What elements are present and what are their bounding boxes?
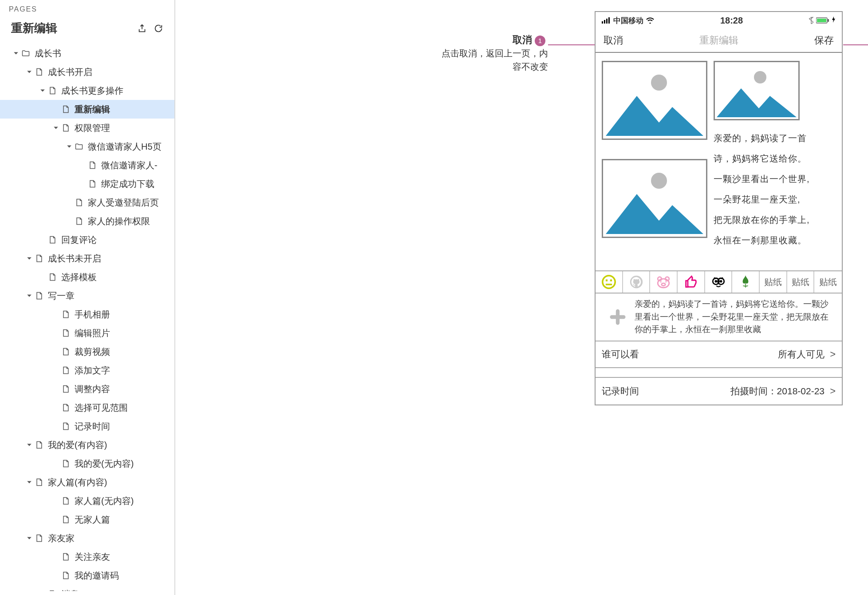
svg-point-26 (714, 280, 717, 283)
tree-item-label: 无家人篇 (75, 514, 110, 526)
tree-item[interactable]: 成长书未开启 (0, 249, 174, 268)
sticker-label-1[interactable]: 贴纸 (760, 271, 787, 293)
sticker-row: 贴纸 贴纸 贴纸 (596, 270, 842, 294)
tree-item[interactable]: 成长书更多操作 (0, 81, 174, 100)
sticker-leaf-icon[interactable] (732, 271, 760, 293)
status-bar: 中国移动 18:28 (596, 12, 842, 29)
tree-item-label: 裁剪视频 (75, 346, 110, 358)
tree-item[interactable]: 成长书 (0, 44, 174, 63)
tree-item[interactable]: 关注亲友 (0, 547, 174, 566)
svg-rect-6 (828, 19, 829, 22)
svg-point-19 (658, 277, 662, 281)
tree-item-label: 微信邀请家人H5页 (88, 141, 162, 153)
poem-text: 亲爱的，妈妈读了一首 诗，妈妈将它送给你。 一颗沙里看出一个世界, 一朵野花里一… (712, 122, 836, 250)
svg-point-13 (603, 276, 615, 288)
tree-item-label: 权限管理 (75, 122, 110, 134)
tree-item[interactable]: 无家人篇 (0, 510, 174, 529)
tree-item-label: 绑定成功下载 (101, 178, 154, 190)
tree-item[interactable]: 我的邀请码 (0, 566, 174, 585)
tree-item[interactable]: 绑定成功下载 (0, 175, 174, 193)
tree-item-label: 调整内容 (75, 383, 110, 395)
tree-item-label: 选择可见范围 (75, 402, 128, 414)
cancel-button[interactable]: 取消 (604, 34, 623, 47)
row-divider (596, 368, 842, 378)
tree-item-label: 写一章 (48, 290, 75, 302)
svg-rect-2 (606, 19, 608, 24)
tree-item[interactable]: 家人篇(无内容) (0, 492, 174, 510)
visibility-row[interactable]: 谁可以看 所有人可见 > (596, 341, 842, 368)
annotation-connector-left (548, 44, 595, 45)
image-placeholder-large-2[interactable] (602, 159, 707, 238)
caption-text[interactable]: 亲爱的，妈妈读了一首诗，妈妈将它送给你。一颗沙里看出一个世界，一朵野花里一座天堂… (635, 298, 836, 336)
svg-point-20 (665, 277, 669, 281)
pages-tree: 成长书成长书开启成长书更多操作重新编辑权限管理微信邀请家人H5页微信邀请家人-绑… (0, 40, 174, 591)
chevron-right-icon: > (827, 349, 836, 360)
tree-item[interactable]: 回复评论 (0, 230, 174, 249)
canvas: 取消1 点击取消，返回上一页，内容不改变 2保存 点击保存，弹出弹框1：保存成功… (175, 0, 868, 595)
image-placeholder-small[interactable] (714, 61, 800, 120)
tree-item[interactable]: 成长书开启 (0, 63, 174, 81)
visibility-value: 所有人可见 (778, 349, 825, 359)
sticker-owl-icon[interactable] (705, 271, 733, 293)
record-time-label: 记录时间 (602, 385, 639, 397)
save-button[interactable]: 保存 (814, 34, 834, 47)
tree-item[interactable]: 重新编辑 (0, 100, 174, 119)
refresh-icon[interactable] (154, 24, 163, 33)
annotation-body: 点击取消，返回上一页，内容不改变 (442, 47, 548, 73)
record-time-row[interactable]: 记录时间 拍摄时间：2018-02-23 > (596, 378, 842, 405)
sidebar-section-label: PAGES (0, 0, 174, 16)
tree-item[interactable]: 权限管理 (0, 119, 174, 137)
svg-rect-0 (602, 21, 603, 24)
battery-icon (816, 17, 829, 24)
tree-item[interactable]: 我的爱(无内容) (0, 454, 174, 473)
annotation-title: 取消 (513, 34, 532, 45)
tree-item[interactable]: 手机相册 (0, 305, 174, 324)
tree-item[interactable]: 记录时间 (0, 417, 174, 436)
tree-item-label: 家人受邀登陆后页 (88, 197, 159, 209)
caption-row: 亲爱的，妈妈读了一首诗，妈妈将它送给你。一颗沙里看出一个世界，一朵野花里一座天堂… (596, 294, 842, 341)
tree-item-label: 回复评论 (61, 234, 97, 246)
navbar: 取消 重新编辑 保存 (596, 29, 842, 52)
tree-item[interactable]: 选择可见范围 (0, 398, 174, 417)
svg-point-8 (651, 75, 667, 91)
tree-item[interactable]: 微信邀请家人H5页 (0, 137, 174, 156)
sticker-thumbsup-icon[interactable] (678, 271, 705, 293)
svg-rect-15 (610, 279, 612, 281)
tree-item[interactable]: 家人受邀登陆后页 (0, 193, 174, 212)
tree-item[interactable]: 选择模板 (0, 268, 174, 286)
bluetooth-icon (809, 17, 813, 24)
svg-rect-5 (817, 19, 826, 22)
tree-item-label: 微信邀请家人- (101, 159, 158, 171)
tree-item[interactable]: 裁剪视频 (0, 342, 174, 361)
tree-item-label: 编辑照片 (75, 327, 110, 339)
tree-item[interactable]: 我的爱(有内容) (0, 436, 174, 454)
tree-item[interactable]: 家人的操作权限 (0, 212, 174, 230)
tree-item-label: 消息 (61, 588, 79, 591)
tree-item-label: 家人篇(有内容) (48, 476, 107, 488)
add-caption-button[interactable] (601, 298, 635, 336)
tree-item[interactable]: 微信邀请家人- (0, 156, 174, 175)
tree-item[interactable]: 消息 (0, 585, 174, 591)
tree-item[interactable]: 调整内容 (0, 380, 174, 398)
sticker-github-icon[interactable] (623, 271, 651, 293)
svg-point-12 (754, 71, 766, 83)
tree-item[interactable]: 写一章 (0, 286, 174, 305)
share-icon[interactable] (138, 24, 147, 33)
svg-rect-3 (608, 17, 610, 24)
svg-point-21 (662, 283, 666, 286)
tree-item[interactable]: 家人篇(有内容) (0, 473, 174, 492)
status-time: 18:28 (720, 16, 743, 26)
sticker-label-3[interactable]: 贴纸 (814, 271, 842, 293)
tree-item[interactable]: 亲友家 (0, 529, 174, 547)
tree-item[interactable]: 编辑照片 (0, 324, 174, 342)
tree-item-label: 成长书 (35, 48, 61, 60)
sticker-smiley-icon[interactable] (596, 271, 623, 293)
sticker-label-2[interactable]: 贴纸 (787, 271, 815, 293)
image-placeholder-large-1[interactable] (602, 61, 707, 140)
page-title: 重新编辑 (11, 20, 57, 36)
tree-item[interactable]: 添加文字 (0, 361, 174, 380)
sticker-pig-icon[interactable] (650, 271, 678, 293)
wifi-icon (646, 17, 654, 24)
annotation-connector-right (843, 44, 868, 45)
tree-item-label: 添加文字 (75, 365, 110, 377)
